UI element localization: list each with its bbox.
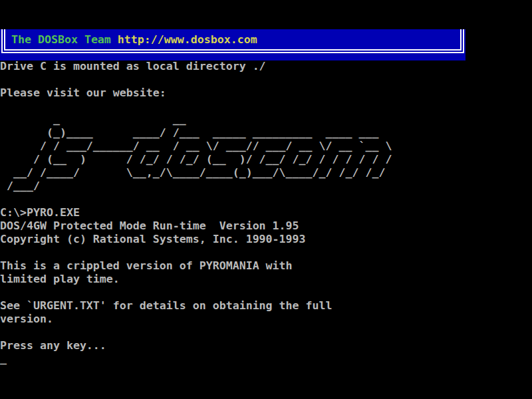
title-separator [111, 33, 118, 46]
dos-screen[interactable]: The DOSBox Team http://www.dosbox.com Dr… [0, 0, 532, 399]
console-line: C:\>PYRO.EXE [0, 206, 532, 219]
console-line: DOS/4GW Protected Mode Run-time Version … [0, 219, 532, 233]
console-line: (_)____ ____/ /___ _____ _________ ____ … [0, 126, 532, 140]
console-line: See `URGENT.TXT' for details on obtainin… [0, 299, 532, 313]
dosbox-team-label: The DOSBox Team [11, 33, 111, 46]
dosbox-url-text: http://www.dosbox.com [118, 33, 257, 46]
dosbox-title-bar: The DOSBox Team http://www.dosbox.com [0, 29, 466, 61]
text-cursor: _ [0, 352, 7, 366]
console-line [0, 286, 532, 299]
console-line: This is a crippled version of PYROMANIA … [0, 259, 532, 273]
title-bar-text: The DOSBox Team http://www.dosbox.com [11, 33, 257, 47]
console-line [0, 326, 532, 339]
console-line: / (__ ) / /_/ / /_/ (__ )/ /__/ /_/ / / … [0, 153, 532, 166]
console-line: version. [0, 313, 532, 326]
console-line [0, 193, 532, 206]
console-line [0, 246, 532, 259]
console-line: __/ /____/ \__,_/\____/____(_)___/\____/… [0, 166, 532, 180]
console-line: Press any key... [0, 339, 532, 352]
console-line: / / ___/______/ __ / __ \/ ___// ___/ __… [0, 140, 532, 153]
console-line [0, 100, 532, 113]
console-line: limited play time. [0, 273, 532, 286]
console-line: Copyright (c) Rational Systems, Inc. 199… [0, 233, 532, 246]
console-line: Please visit our website: [0, 86, 532, 100]
console-line [0, 73, 532, 86]
console-line: _ __ [0, 113, 532, 126]
console-line: /___/ [0, 180, 532, 193]
console-output: Drive C is mounted as local directory ./… [0, 60, 532, 352]
console-line: Drive C is mounted as local directory ./ [0, 60, 532, 73]
